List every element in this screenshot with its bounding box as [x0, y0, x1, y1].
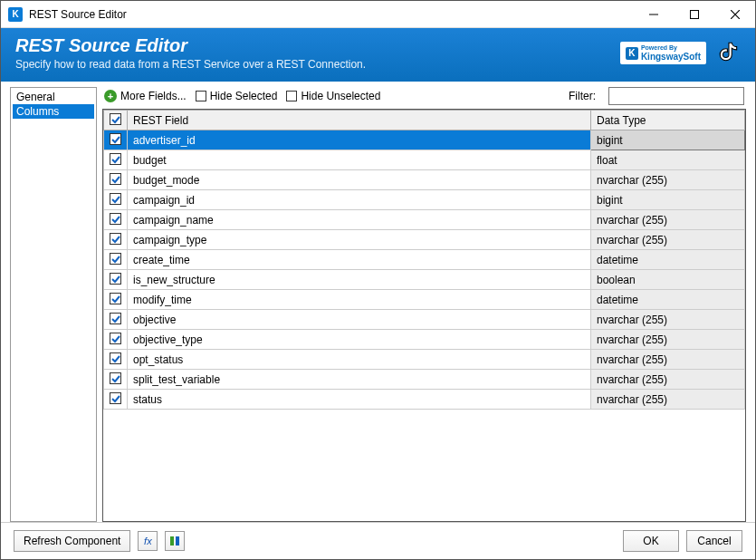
header-type[interactable]: Data Type	[591, 111, 745, 130]
maximize-button[interactable]	[674, 1, 714, 28]
window-title: REST Source Editor	[29, 8, 633, 21]
type-cell[interactable]: float	[591, 150, 745, 170]
field-cell: objective	[128, 310, 591, 330]
row-checkbox[interactable]	[110, 173, 121, 185]
kingswaysoft-logo: K Powered By KingswaySoft	[620, 42, 706, 64]
table-row[interactable]: budgetfloat	[104, 150, 745, 170]
table-row[interactable]: advertiser_idbigint	[104, 130, 745, 150]
table-row[interactable]: modify_timedatetime	[104, 290, 745, 310]
select-all-checkbox[interactable]	[110, 113, 121, 125]
sidebar-item-columns[interactable]: Columns	[13, 104, 94, 119]
field-cell: campaign_type	[128, 230, 591, 250]
row-checkbox[interactable]	[110, 233, 121, 245]
field-cell: campaign_name	[128, 210, 591, 230]
field-cell: budget_mode	[128, 170, 591, 190]
row-checkbox[interactable]	[110, 273, 121, 285]
minimize-button[interactable]	[633, 1, 674, 28]
more-fields-button[interactable]: + More Fields...	[104, 90, 187, 102]
filter-input[interactable]	[608, 87, 744, 105]
table-row[interactable]: split_test_variablenvarchar (255)	[104, 370, 745, 390]
table-row[interactable]: opt_statusnvarchar (255)	[104, 350, 745, 370]
row-checkbox[interactable]	[110, 193, 121, 205]
header-checkbox-cell	[104, 111, 128, 130]
type-cell[interactable]: nvarchar (255)	[591, 370, 745, 390]
table-row[interactable]: campaign_idbigint	[104, 190, 745, 210]
row-checkbox[interactable]	[110, 392, 121, 404]
header-field[interactable]: REST Field	[128, 111, 591, 130]
sidebar-item-general[interactable]: General	[13, 90, 94, 104]
field-cell: budget	[128, 150, 591, 170]
field-cell: modify_time	[128, 290, 591, 310]
header-title: REST Source Editor	[15, 35, 620, 56]
columns-table: REST Field Data Type advertiser_idbigint…	[102, 109, 746, 522]
cancel-button[interactable]: Cancel	[686, 530, 742, 552]
row-checkbox[interactable]	[110, 253, 121, 265]
field-cell: advertiser_id	[128, 130, 591, 150]
type-cell[interactable]: nvarchar (255)	[591, 310, 745, 330]
refresh-component-button[interactable]: Refresh Component	[14, 530, 130, 552]
type-cell[interactable]: nvarchar (255)	[591, 170, 745, 190]
type-cell[interactable]: boolean	[591, 270, 745, 290]
row-checkbox[interactable]	[110, 213, 121, 225]
footer: Refresh Component fx OK Cancel	[1, 522, 755, 559]
row-checkbox[interactable]	[110, 153, 121, 165]
content: + More Fields... Hide Selected Hide Unse…	[102, 87, 746, 522]
mapping-button[interactable]	[165, 531, 185, 551]
app-icon: K	[8, 7, 23, 22]
hide-selected-checkbox[interactable]: Hide Selected	[196, 90, 278, 102]
type-cell[interactable]: datetime	[591, 290, 745, 310]
header-subtitle: Specify how to read data from a REST Ser…	[15, 58, 620, 71]
table-row[interactable]: budget_modenvarchar (255)	[104, 170, 745, 190]
table-row[interactable]: create_timedatetime	[104, 250, 745, 270]
ok-button[interactable]: OK	[623, 530, 679, 552]
main: GeneralColumns + More Fields... Hide Sel…	[1, 82, 755, 522]
checkbox-icon	[286, 91, 297, 101]
hide-selected-label: Hide Selected	[210, 90, 278, 102]
row-checkbox[interactable]	[110, 293, 121, 304]
type-cell[interactable]: nvarchar (255)	[591, 330, 745, 350]
tiktok-icon	[717, 40, 741, 66]
row-checkbox[interactable]	[110, 372, 121, 384]
row-checkbox[interactable]	[110, 313, 121, 324]
header: REST Source Editor Specify how to read d…	[1, 28, 755, 82]
type-cell[interactable]: nvarchar (255)	[591, 390, 745, 410]
field-cell: objective_type	[128, 330, 591, 350]
field-cell: is_new_structure	[128, 270, 591, 290]
svg-rect-2	[176, 536, 179, 546]
field-cell: status	[128, 390, 591, 410]
type-cell[interactable]: nvarchar (255)	[591, 350, 745, 370]
field-cell: opt_status	[128, 350, 591, 370]
type-cell[interactable]: bigint	[591, 130, 745, 150]
type-cell[interactable]: nvarchar (255)	[591, 210, 745, 230]
titlebar: K REST Source Editor	[1, 1, 755, 28]
sidebar: GeneralColumns	[10, 87, 97, 522]
plus-icon: +	[104, 90, 117, 102]
row-checkbox[interactable]	[110, 133, 121, 145]
close-button[interactable]	[714, 1, 755, 28]
table-row[interactable]: objectivenvarchar (255)	[104, 310, 745, 330]
type-cell[interactable]: nvarchar (255)	[591, 230, 745, 250]
type-cell[interactable]: bigint	[591, 190, 745, 210]
table-row[interactable]: objective_typenvarchar (255)	[104, 330, 745, 350]
svg-rect-1	[170, 536, 174, 546]
field-cell: split_test_variable	[128, 370, 591, 390]
expression-button[interactable]: fx	[138, 531, 158, 551]
table-row[interactable]: campaign_typenvarchar (255)	[104, 230, 745, 250]
row-checkbox[interactable]	[110, 352, 121, 364]
table-row[interactable]: campaign_namenvarchar (255)	[104, 210, 745, 230]
svg-rect-0	[690, 10, 698, 18]
hide-unselected-checkbox[interactable]: Hide Unselected	[286, 90, 380, 102]
checkbox-icon	[196, 91, 206, 101]
hide-unselected-label: Hide Unselected	[301, 90, 380, 102]
table-toolbar: + More Fields... Hide Selected Hide Unse…	[102, 87, 746, 109]
more-fields-label: More Fields...	[120, 90, 187, 102]
field-cell: create_time	[128, 250, 591, 270]
type-cell[interactable]: datetime	[591, 250, 745, 270]
table-row[interactable]: is_new_structureboolean	[104, 270, 745, 290]
field-cell: campaign_id	[128, 190, 591, 210]
table-row[interactable]: statusnvarchar (255)	[104, 390, 745, 410]
filter-label: Filter:	[569, 90, 596, 102]
row-checkbox[interactable]	[110, 333, 121, 344]
table-header-row: REST Field Data Type	[104, 111, 745, 130]
